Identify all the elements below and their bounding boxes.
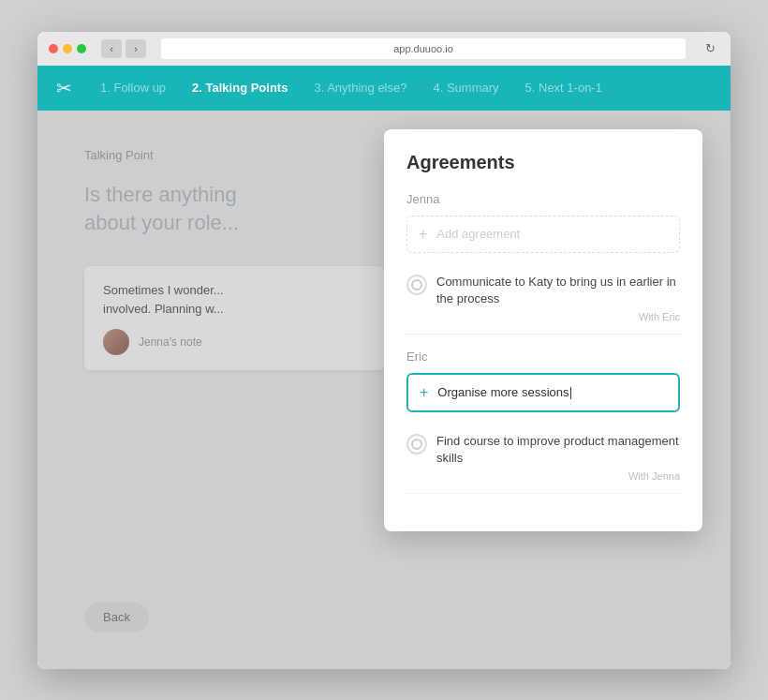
add-icon: +: [419, 226, 427, 243]
address-bar[interactable]: app.duuoo.io: [161, 38, 686, 59]
step-summary[interactable]: 4. Summary: [433, 81, 498, 95]
step-4-label: 4. Summary: [433, 81, 498, 95]
eric-agreement-content: Find course to improve product managemen…: [436, 433, 680, 482]
minimize-button[interactable]: [63, 44, 72, 53]
close-button[interactable]: [49, 44, 58, 53]
step-3-label: 3. Anything else?: [314, 81, 406, 95]
forward-nav-button[interactable]: ›: [126, 39, 146, 58]
nav-steps: 1. Follow up 2. Talking Points 3. Anythi…: [100, 81, 602, 95]
nav-buttons: ‹ ›: [101, 39, 146, 58]
agreements-modal: Agreements Jenna + Add agreement Communi…: [384, 129, 702, 532]
step-1-label: 1. Follow up: [100, 81, 166, 95]
eric-agreement-with: With Jenna: [436, 470, 680, 482]
step-talking-points[interactable]: 2. Talking Points: [192, 81, 288, 95]
agreement-text: Communicate to Katy to bring us in earli…: [436, 274, 680, 307]
browser-window: ‹ › app.duuoo.io ↻ ✂ 1. Follow up 2. Tal…: [37, 32, 731, 669]
back-nav-button[interactable]: ‹: [101, 39, 122, 58]
active-input-text[interactable]: Organise more sessions: [437, 385, 667, 399]
step-anything-else[interactable]: 3. Anything else?: [314, 81, 406, 95]
add-agreement-jenna[interactable]: + Add agreement: [406, 216, 680, 253]
add-placeholder: Add agreement: [436, 227, 520, 241]
agreement-with: With Eric: [436, 311, 680, 322]
eric-section: Eric + Organise more sessions Find cours…: [406, 350, 680, 494]
modal-title: Agreements: [406, 152, 680, 173]
active-plus-icon: +: [420, 384, 428, 401]
refresh-button[interactable]: ↻: [701, 39, 719, 58]
agreement-status-icon-2: [406, 434, 427, 454]
app-header: ✂ 1. Follow up 2. Talking Points 3. Anyt…: [37, 66, 731, 111]
active-input-row[interactable]: + Organise more sessions: [406, 373, 680, 412]
jenna-label: Jenna: [406, 192, 680, 206]
eric-agreement-text: Find course to improve product managemen…: [436, 433, 680, 467]
traffic-lights: [49, 44, 86, 53]
step-next-1on1[interactable]: 5. Next 1-on-1: [525, 81, 602, 95]
text-cursor: [570, 387, 571, 399]
address-text: app.duuoo.io: [393, 43, 453, 54]
eric-agreement-1: Find course to improve product managemen…: [406, 422, 680, 494]
agreement-content: Communicate to Katy to bring us in earli…: [436, 274, 680, 322]
jenna-agreement-1: Communicate to Katy to bring us in earli…: [406, 262, 680, 335]
agreement-status-icon: [406, 275, 427, 295]
eric-label: Eric: [406, 350, 680, 364]
browser-chrome: ‹ › app.duuoo.io ↻: [37, 32, 731, 66]
fullscreen-button[interactable]: [77, 44, 86, 53]
step-5-label: 5. Next 1-on-1: [525, 81, 602, 95]
step-follow-up[interactable]: 1. Follow up: [100, 81, 166, 95]
app-content: Talking Point Is there anythingabout you…: [37, 111, 731, 669]
logo-icon: ✂: [56, 77, 72, 99]
step-2-label: 2. Talking Points: [192, 81, 288, 95]
jenna-section: Jenna + Add agreement Communicate to Kat…: [406, 192, 680, 335]
